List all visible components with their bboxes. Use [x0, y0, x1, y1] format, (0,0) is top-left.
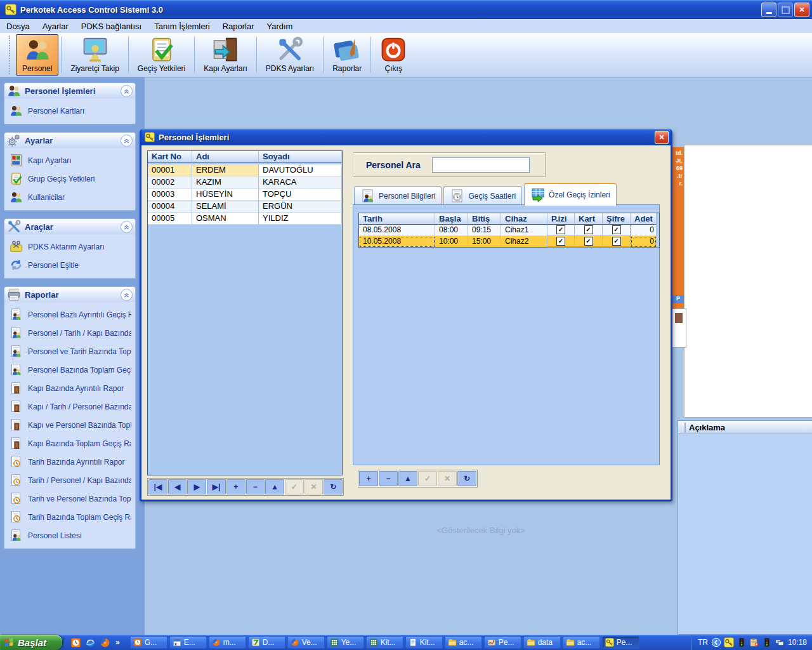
key-icon[interactable] — [724, 637, 734, 647]
table-cell-checkbox[interactable]: ✓ — [603, 236, 631, 247]
sidebar-item[interactable]: Personel Bazlı Ayrıntılı Geçiş Raporu — [4, 305, 135, 324]
column-header[interactable]: Kart No — [148, 151, 192, 163]
menu-item-ayarlar[interactable]: Ayarlar — [36, 20, 75, 32]
column-header[interactable]: P.izi — [547, 213, 575, 225]
nav-refresh-button[interactable]: ↻ — [457, 471, 476, 486]
collapse-button[interactable] — [121, 221, 133, 233]
sidebar-item[interactable]: Kapı Ayarları — [4, 151, 135, 169]
personnel-table[interactable]: Kart NoAdıSoyadı00001ERDEMDAVUTOĞLU00002… — [147, 150, 343, 475]
table-row[interactable]: 00004SELAMİERGÜN — [148, 201, 342, 213]
table-cell-checkbox[interactable]: ✓ — [575, 236, 603, 247]
sidebar-section-header[interactable]: Araçlar — [4, 219, 135, 234]
menu-item-yardm[interactable]: Yardım — [260, 20, 299, 32]
table-row[interactable]: 00001ERDEMDAVUTOĞLU — [148, 164, 342, 176]
sidebar-section-header[interactable]: Personel İşlemleri — [4, 83, 135, 98]
table-cell-checkbox[interactable]: ✓ — [547, 236, 575, 247]
nav-first-button[interactable]: |◀ — [148, 479, 167, 494]
sidebar-item[interactable]: Grup Geçiş Yetkileri — [4, 169, 135, 188]
taskbar-button-pe[interactable]: Pe... — [602, 636, 639, 649]
nav-edit-button[interactable]: ▲ — [398, 471, 417, 486]
column-header[interactable]: Şifre — [603, 213, 631, 225]
nav-edit-button[interactable]: ▲ — [265, 479, 284, 494]
menu-item-tanmilemleri[interactable]: Tanım İşlemleri — [148, 20, 216, 32]
mail-icon[interactable] — [749, 637, 759, 647]
dialog-close-button[interactable]: ✕ — [655, 131, 669, 144]
close-button[interactable]: ✕ — [794, 3, 809, 17]
taskbar-button-ac[interactable]: ac... — [445, 636, 482, 649]
tab-zelgeiizinleri[interactable]: Özel Geçiş İzinleri — [524, 183, 617, 206]
sidebar-item[interactable]: Personel / Tarih / Kapı Bazında To... — [4, 324, 135, 342]
taskbar-button-data[interactable]: data — [523, 636, 561, 649]
sidebar-section-header[interactable]: Raporlar — [4, 287, 135, 302]
tab-geisaatleri[interactable]: Geçiş Saatleri — [443, 186, 522, 206]
traffic-light-icon[interactable] — [762, 637, 772, 647]
sidebar-item[interactable]: Tarih ve Personel Bazında Toplam... — [4, 489, 135, 508]
sidebar-item[interactable]: Personel Kartları — [4, 102, 135, 120]
sidebar-section-header[interactable]: Ayarlar — [4, 133, 135, 148]
table-row[interactable]: 08.05.200808:0009:15Cihaz1✓✓✓0 — [359, 225, 659, 236]
toolbar-button-tools[interactable]: PDKS Ayarları — [259, 34, 320, 76]
collapse-button[interactable] — [121, 289, 133, 301]
nav-prev-button[interactable]: ◀ — [168, 479, 187, 494]
taskbar-button-e[interactable]: E... — [169, 636, 207, 649]
search-input[interactable] — [432, 157, 530, 173]
start-button[interactable]: Başlat — [0, 635, 62, 650]
sidebar-item[interactable]: Kapı ve Personel Bazında Toplam ... — [4, 416, 135, 434]
permissions-table[interactable]: TarihBaşlaBitişCihazP.iziKartŞifreAdet08… — [358, 213, 660, 248]
table-row[interactable]: 00005OSMANYILDIZ — [148, 213, 342, 225]
sidebar-item[interactable]: Tarih Bazında Ayrıntılı Rapor — [4, 453, 135, 471]
menu-item-raporlar[interactable]: Raporlar — [216, 20, 261, 32]
sidebar-item[interactable]: PDKS Aktarım Ayarları — [4, 237, 135, 256]
nav-insert-button[interactable]: + — [359, 471, 378, 486]
nav-delete-button[interactable]: − — [246, 479, 265, 494]
sidebar-item[interactable]: Personel ve Tarih Bazında Toplam... — [4, 342, 135, 361]
sidebar-item[interactable]: Kullanicilar — [4, 188, 135, 206]
table-cell-checkbox[interactable]: ✓ — [547, 225, 575, 235]
monitors-icon[interactable] — [775, 637, 785, 647]
overflow-chevron[interactable]: » — [115, 638, 120, 647]
chevron-tray-icon[interactable] — [711, 637, 721, 647]
table-row[interactable]: 00002KAZIMKARACA — [148, 176, 342, 189]
toolbar-button-clipboard-check[interactable]: Geçiş Yetkileri — [131, 34, 192, 76]
sidebar-item[interactable]: Personel Listesi — [4, 526, 135, 545]
toolbar-button-monitor-person[interactable]: Ziyaretçi Takip — [64, 34, 125, 76]
column-header[interactable]: Adet — [631, 213, 657, 225]
taskbar-button-ye[interactable]: Ye... — [327, 636, 364, 649]
column-header[interactable]: Başla — [435, 213, 468, 225]
taskbar-button-ac[interactable]: ac... — [563, 636, 600, 649]
column-header[interactable]: Bitiş — [468, 213, 501, 225]
nav-next-button[interactable]: ▶ — [187, 479, 206, 494]
collapse-button[interactable] — [121, 135, 133, 147]
nav-delete-button[interactable]: − — [379, 471, 398, 486]
collapse-button[interactable] — [121, 85, 133, 97]
toolbar-button-books[interactable]: Raporlar — [326, 34, 368, 76]
column-header[interactable]: Soyadı — [259, 151, 342, 163]
sidebar-item[interactable]: Personel Eşitle — [4, 256, 135, 274]
toolbar-button-people[interactable]: Personel — [16, 34, 58, 76]
taskbar-button-kit[interactable]: Kit... — [366, 636, 403, 649]
taskbar-button-ve[interactable]: Ve... — [287, 636, 325, 649]
taskbar-button-kit[interactable]: Kit... — [405, 636, 443, 649]
taskbar-button-m[interactable]: m... — [209, 636, 246, 649]
toolbar-button-door-arrow[interactable]: Kapı Ayarları — [197, 34, 253, 76]
menu-item-pdksbalants[interactable]: PDKS bağlantısı — [75, 20, 148, 32]
sidebar-item[interactable]: Kapı Bazında Toplam Geçiş Raporu — [4, 434, 135, 453]
minimize-button[interactable] — [761, 3, 776, 17]
sidebar-item[interactable]: Personel Bazında Toplam Geçiş R... — [4, 361, 135, 379]
column-header[interactable]: Tarih — [359, 213, 435, 225]
table-row[interactable]: 00003HÜSEYİNTOPÇU — [148, 189, 342, 201]
nav-refresh-button[interactable]: ↻ — [324, 479, 343, 494]
table-cell-checkbox[interactable]: ✓ — [603, 225, 631, 235]
column-header[interactable]: Kart — [575, 213, 603, 225]
table-cell-checkbox[interactable]: ✓ — [575, 225, 603, 235]
sidebar-item[interactable]: Tarih Bazında Toplam Geçiş Raporu — [4, 508, 135, 526]
nav-last-button[interactable]: ▶| — [207, 479, 226, 494]
taskbar-button-pe[interactable]: Pe... — [484, 636, 521, 649]
sidebar-item[interactable]: Tarih / Personel / Kapı Bazında To... — [4, 471, 135, 489]
taskbar-button-g[interactable]: G... — [130, 636, 167, 649]
column-header[interactable]: Adı — [192, 151, 259, 163]
table-row[interactable]: 10.05.200810:0015:00Cihaz2✓✓✓0 — [359, 236, 659, 248]
traffic-light-icon[interactable] — [737, 637, 747, 647]
column-header[interactable]: Cihaz — [501, 213, 547, 225]
toolbar-button-power[interactable]: Çıkış — [374, 34, 413, 76]
